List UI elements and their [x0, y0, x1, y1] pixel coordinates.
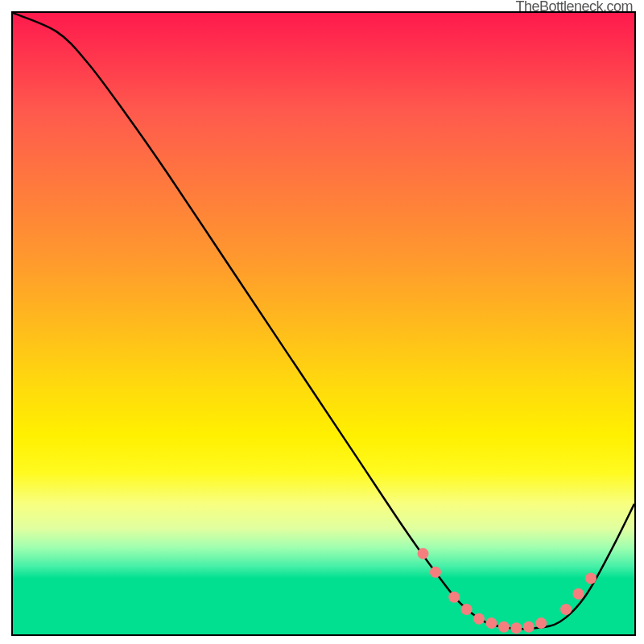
marker-point [573, 588, 584, 600]
markers-group [418, 548, 597, 634]
marker-point [473, 613, 485, 625]
chart-container: TheBottleneck.com [0, 0, 644, 644]
marker-point [430, 567, 441, 578]
curve-group [13, 13, 634, 629]
marker-point [485, 617, 497, 629]
plot-area [11, 11, 636, 636]
bottleneck-curve [13, 13, 634, 629]
chart-svg [13, 13, 634, 634]
marker-point [523, 621, 535, 633]
marker-point [535, 617, 547, 629]
marker-point [418, 548, 429, 559]
marker-point [510, 622, 522, 634]
marker-point [461, 604, 473, 615]
marker-point [498, 621, 510, 633]
marker-point [448, 592, 460, 603]
marker-point [560, 604, 572, 615]
marker-point [585, 573, 597, 584]
